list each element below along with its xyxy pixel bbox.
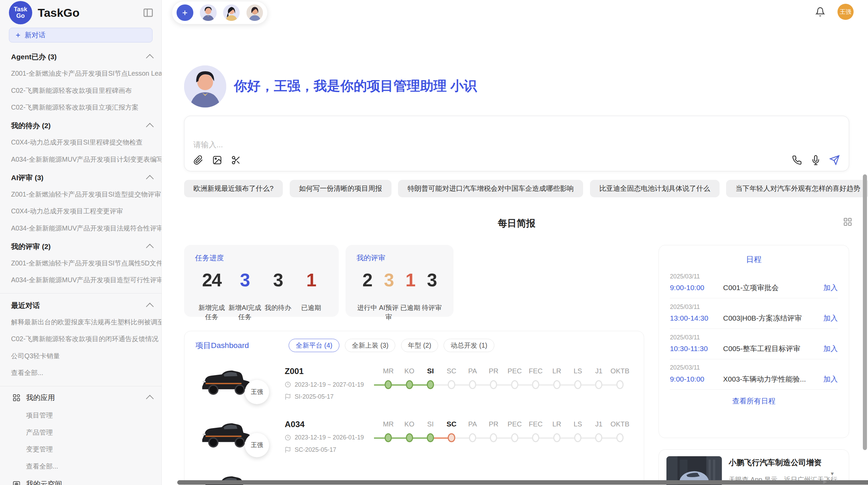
layout-grid-icon[interactable] <box>843 217 852 226</box>
section-header[interactable]: AI评审 (3) <box>0 168 161 186</box>
news-card[interactable]: 小鹏飞行汽车制造公司增资 天眼查 App 显示，近日广州汇天飞行汽... <box>659 449 849 485</box>
composer-left-tools <box>193 155 241 165</box>
join-link[interactable]: 加入 <box>823 374 838 384</box>
stat-item: 3 我的待办 <box>261 270 294 322</box>
app-link[interactable]: 变更管理 <box>0 441 161 458</box>
milestone-label: PR <box>483 419 504 430</box>
image-upload-icon[interactable] <box>212 155 222 165</box>
filter-tab[interactable]: 动总开发 (1) <box>444 339 494 352</box>
attachment-icon[interactable] <box>193 155 203 165</box>
user-avatar[interactable]: 王强 <box>837 4 854 20</box>
milestone-label: PEC <box>504 365 525 376</box>
microphone-icon[interactable] <box>811 155 821 165</box>
task-section: 我的评审 (2) Z001-全新燃油轻卡产品开发项目SI节点属性5D文件评审A0… <box>0 237 161 288</box>
milestone-dot <box>448 380 455 389</box>
sidebar-task-item[interactable]: Z001-全新燃油轻卡产品开发项目SI造型提交物评审 <box>0 186 161 203</box>
filter-tab[interactable]: 年型 (2) <box>401 339 438 352</box>
section-header[interactable]: 我的待办 (2) <box>0 116 161 134</box>
recent-chat-item[interactable]: 公司Q3轻卡销量 <box>0 347 161 364</box>
new-chat-button[interactable]: 新对话 <box>9 28 153 43</box>
chat-input-card[interactable]: 请输入... <box>184 116 849 171</box>
sidebar-task-item[interactable]: Z001-全新燃油轻卡产品开发项目SI节点属性5D文件评审 <box>0 254 161 272</box>
filter-tab[interactable]: 全新上装 (3) <box>345 339 395 352</box>
milestone-label: OKTB <box>610 419 630 430</box>
milestone-label: PEC <box>504 419 525 430</box>
schedule-item: 2025/03/11 10:30-11:30 C005-整车工程目标评审 加入 <box>670 328 838 359</box>
recent-view-all-link[interactable]: 查看全部... <box>0 364 161 382</box>
sidebar-nav-item[interactable]: 我的云空间 <box>0 475 161 485</box>
sidebar-task-item[interactable]: A034-全新新能源MUV产品开发项目计划变更表编写 <box>0 151 161 168</box>
sidebar-collapse-icon[interactable] <box>143 7 154 17</box>
join-link[interactable]: 加入 <box>823 283 838 293</box>
app-link[interactable]: 查看全部... <box>0 458 161 475</box>
scroll-down-arrow-icon[interactable]: ▼ <box>830 471 835 476</box>
notification-bell-icon[interactable] <box>815 7 825 17</box>
suggestion-chip[interactable]: 如何写一份清晰的项目周报 <box>290 180 391 197</box>
stat-label: 待评审 <box>421 303 443 312</box>
send-icon[interactable] <box>829 155 840 165</box>
agent-avatar-1[interactable] <box>200 4 217 21</box>
sidebar-task-item[interactable]: C0X4-动力总成开发项目工程变更评审 <box>0 203 161 220</box>
join-link[interactable]: 加入 <box>823 313 838 323</box>
project-row[interactable]: 王强 A034 2023-12-19 ~ 2026-01-19 <box>197 417 632 453</box>
project-milestone-date: SC-2025-05-17 <box>285 446 378 453</box>
stat-item: 1 已逾期 <box>294 270 328 322</box>
join-link[interactable]: 加入 <box>823 344 838 353</box>
recent-chats-header[interactable]: 最近对话 <box>0 296 161 313</box>
section-header[interactable]: Agent已办 (3) <box>0 47 161 65</box>
project-date-range: 2023-12-19 ~ 2026-01-19 <box>294 434 364 441</box>
add-agent-button[interactable] <box>177 4 193 21</box>
schedule-row: 9:00-10:00 C001-立项审批会 加入 <box>670 283 838 293</box>
my-apps-header[interactable]: 我的应用 <box>0 388 161 407</box>
milestone: J1 <box>588 419 609 443</box>
schedule-time: 10:30-11:30 <box>670 345 723 353</box>
stat-item: 3 待评审 <box>421 270 443 322</box>
agent-avatar-2[interactable] <box>223 4 240 21</box>
project-row[interactable]: 王强 Z001 2023-12-19 ~ 2027-01-19 <box>197 364 632 401</box>
screenshot-scissors-icon[interactable] <box>231 155 241 165</box>
horizontal-scrollbar[interactable] <box>177 480 868 485</box>
recent-chats-title: 最近对话 <box>11 301 40 310</box>
milestone-dot <box>511 433 518 442</box>
project-media: 王强 <box>197 364 253 401</box>
milestone-dot <box>385 380 392 389</box>
composer-right-tools <box>792 155 840 165</box>
suggestion-chip[interactable]: 欧洲新规最近颁布了什么? <box>184 180 283 197</box>
stat-card: 我的评审 2 进行中 3 AI预评审 <box>346 245 454 317</box>
suggestion-chip[interactable]: 当下年轻人对汽车外观有怎样的喜好趋势 <box>726 180 868 197</box>
sidebar-task-item[interactable]: C02-飞腾新能源轻客改款项目里程碑画布 <box>0 82 161 99</box>
main-area: 王强 你好，王强，我是你的项目管理助理 小识 请输入... <box>162 0 868 485</box>
suggestion-chip[interactable]: 特朗普可能对进口汽车增税会对中国车企造成哪些影响 <box>398 180 583 197</box>
project-dates: 2023-12-19 ~ 2027-01-19 <box>285 381 378 388</box>
sidebar-task-item[interactable]: C0X4-动力总成开发项目SI里程碑提交物检查 <box>0 134 161 151</box>
milestone: PR <box>483 419 504 443</box>
milestone: SC <box>441 365 462 389</box>
sidebar-task-item[interactable]: Z001-全新燃油皮卡产品开发项目SI节点Lesson Learn报告 <box>0 65 161 82</box>
app-link[interactable]: 项目管理 <box>0 407 161 424</box>
my-apps-label: 我的应用 <box>26 393 142 402</box>
scroll-right-arrow-icon[interactable]: ▶ <box>823 479 827 484</box>
milestone-dot <box>406 380 413 389</box>
recent-chat-item[interactable]: 解释最新出台的欧盟报废车法规再生塑料比例被调至15%... <box>0 313 161 331</box>
milestone-label: J1 <box>588 419 609 430</box>
milestone: PEC <box>504 365 525 389</box>
voice-call-icon[interactable] <box>792 155 802 165</box>
filter-tab[interactable]: 全新平台 (4) <box>289 339 339 352</box>
recent-chat-item[interactable]: C02-飞腾新能源轻客改款项目的闭环通告反馈情况 <box>0 331 161 348</box>
vertical-scrollbar[interactable] <box>863 174 867 450</box>
section-header[interactable]: 我的评审 (2) <box>0 237 161 254</box>
sidebar-task-item[interactable]: A034-全新新能源MUV产品开发项目法规符合性评审 <box>0 220 161 237</box>
flag-icon <box>285 394 291 400</box>
section-title: 我的评审 (2) <box>11 242 51 251</box>
agent-avatar-3[interactable] <box>246 4 263 21</box>
milestone-label: LS <box>567 365 588 376</box>
milestone-track: MR KO <box>378 419 632 443</box>
section-items: Z001-全新燃油皮卡产品开发项目SI节点Lesson Learn报告C02-飞… <box>0 65 161 116</box>
suggestion-chip[interactable]: 比亚迪全固态电池计划具体说了什么 <box>590 180 720 197</box>
sidebar-task-item[interactable]: A034-全新新能源MUV产品开发项目造型可行性评审 <box>0 272 161 289</box>
sidebar-task-item[interactable]: C02-飞腾新能源轻客改款项目立项汇报方案 <box>0 99 161 116</box>
view-all-schedule-link[interactable]: 查看所有日程 <box>670 389 838 413</box>
schedule-event-name: C005-整车工程目标评审 <box>723 344 823 353</box>
new-chat-label: 新对话 <box>25 30 46 40</box>
app-link[interactable]: 产品管理 <box>0 424 161 441</box>
